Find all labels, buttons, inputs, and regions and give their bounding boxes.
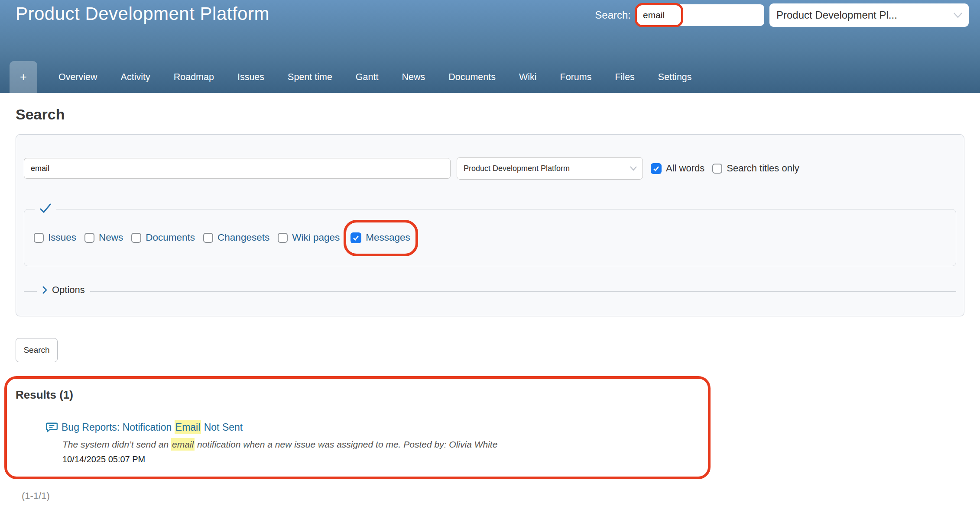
result-datetime: 10/14/2025 05:07 PM — [62, 454, 699, 464]
main-content: Search Product Development Platform All … — [0, 106, 980, 502]
result-title-post: Not Sent — [201, 422, 243, 433]
result-desc-post: notification when a new issue was assign… — [195, 439, 497, 449]
header-search-input[interactable] — [636, 4, 764, 26]
message-bubble-icon — [45, 421, 58, 434]
header-search-label: Search: — [595, 9, 631, 21]
header-project-select[interactable]: Product Development Pl... — [769, 3, 969, 27]
results-heading: Results (1) — [16, 388, 699, 402]
nav-item-spent-time[interactable]: Spent time — [276, 61, 344, 93]
header-project-select-value: Product Development Pl... — [776, 9, 897, 21]
search-form-box: Product Development Platform All words S… — [16, 134, 964, 316]
filter-issues-checkbox[interactable] — [34, 233, 44, 243]
all-words-checkbox[interactable] — [651, 163, 662, 174]
nav-item-wiki[interactable]: Wiki — [507, 61, 548, 93]
search-query-input[interactable] — [24, 158, 451, 179]
filter-messages-checkbox[interactable] — [350, 232, 361, 243]
scope-fieldset: Issues News Documents Changesets Wiki pa… — [24, 209, 956, 266]
filter-issues-label[interactable]: Issues — [48, 232, 76, 243]
nav-item-settings[interactable]: Settings — [646, 61, 704, 93]
filter-changesets-label[interactable]: Changesets — [217, 232, 269, 243]
result-desc-highlight: email — [171, 438, 195, 451]
filter-wiki-pages-label[interactable]: Wiki pages — [292, 232, 340, 243]
result-title-highlight: Email — [175, 420, 201, 434]
result-title-link[interactable]: Bug Reports: Notification Email Not Sent — [62, 422, 243, 433]
nav-item-activity[interactable]: Activity — [109, 61, 162, 93]
page-title: Search — [16, 106, 964, 123]
app-header: Product Development Platform Search: Pro… — [0, 0, 980, 93]
check-icon — [653, 166, 659, 171]
search-submit-button[interactable]: Search — [16, 338, 58, 362]
project-nav: + Overview Activity Roadmap Issues Spent… — [0, 61, 980, 93]
nav-item-gantt[interactable]: Gantt — [344, 61, 390, 93]
nav-item-forums[interactable]: Forums — [548, 61, 604, 93]
options-fieldset: Options — [24, 291, 956, 292]
options-toggle[interactable]: Options — [37, 284, 90, 296]
result-description: The system didn’t send an email notifica… — [62, 439, 699, 450]
filter-documents-label[interactable]: Documents — [146, 232, 195, 243]
project-scope-select[interactable]: Product Development Platform — [457, 157, 643, 180]
chevron-down-icon — [953, 12, 963, 18]
result-item: Bug Reports: Notification Email Not Sent… — [45, 421, 699, 464]
results-annotation-box: Results (1) Bug Reports: Notification Em… — [4, 376, 711, 479]
app-title: Product Development Platform — [16, 3, 269, 24]
nav-item-overview[interactable]: Overview — [47, 61, 109, 93]
check-icon — [353, 235, 359, 241]
nav-item-news[interactable]: News — [390, 61, 437, 93]
chevron-right-icon — [42, 286, 47, 294]
filter-news-checkbox[interactable] — [84, 233, 94, 243]
project-scope-select-value: Product Development Platform — [464, 164, 570, 173]
all-words-label: All words — [666, 163, 704, 174]
titles-only-label: Search titles only — [727, 163, 799, 174]
chevron-down-icon — [630, 166, 637, 171]
filter-wiki-pages-checkbox[interactable] — [278, 233, 288, 243]
nav-item-files[interactable]: Files — [603, 61, 646, 93]
options-label: Options — [52, 284, 85, 296]
filter-documents-checkbox[interactable] — [131, 233, 141, 243]
titles-only-checkbox[interactable] — [712, 164, 722, 174]
nav-item-roadmap[interactable]: Roadmap — [162, 61, 226, 93]
plus-tab[interactable]: + — [10, 61, 37, 93]
header-search-area: Search: Product Development Pl... — [595, 3, 969, 27]
filter-news-label[interactable]: News — [99, 232, 123, 243]
result-desc-pre: The system didn’t send an — [62, 439, 171, 449]
check-icon — [35, 203, 56, 214]
filter-changesets-checkbox[interactable] — [203, 233, 213, 243]
pagination: (1-1/1) — [22, 490, 964, 502]
filter-messages-label[interactable]: Messages — [366, 232, 410, 243]
nav-item-issues[interactable]: Issues — [226, 61, 276, 93]
nav-item-documents[interactable]: Documents — [437, 61, 507, 93]
result-title-pre: Bug Reports: Notification — [62, 422, 175, 433]
